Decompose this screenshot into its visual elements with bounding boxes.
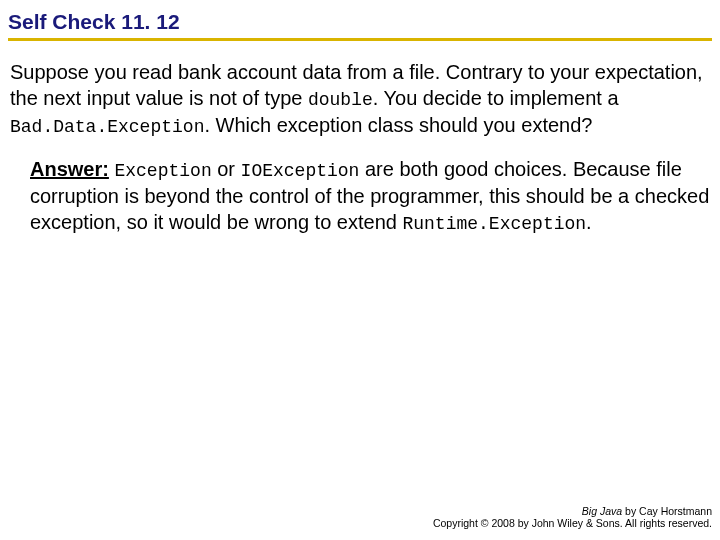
question-text-2: . You decide to implement a [373, 87, 619, 109]
footer: Big Java by Cay Horstmann Copyright © 20… [433, 505, 712, 530]
answer-mid-1: or [212, 158, 241, 180]
code-baddataexception: Bad.Data.Exception [10, 117, 204, 137]
answer-label: Answer: [30, 158, 109, 180]
code-runtimeexception: Runtime.Exception [402, 214, 586, 234]
book-title: Big Java [582, 505, 622, 517]
footer-copyright: Copyright © 2008 by John Wiley & Sons. A… [433, 517, 712, 530]
title-block: Self Check 11. 12 [8, 10, 712, 41]
answer-paragraph: Answer: Exception or IOException are bot… [30, 156, 710, 237]
answer-text-2: . [586, 211, 592, 233]
slide-title: Self Check 11. 12 [8, 10, 180, 33]
question-paragraph: Suppose you read bank account data from … [10, 59, 710, 140]
slide: Self Check 11. 12 Suppose you read bank … [0, 0, 720, 540]
footer-line-1: Big Java by Cay Horstmann [433, 505, 712, 518]
book-author: by Cay Horstmann [622, 505, 712, 517]
code-ioexception: IOException [241, 161, 360, 181]
code-double: double [308, 90, 373, 110]
code-exception: Exception [114, 161, 211, 181]
question-text-3: . Which exception class should you exten… [204, 114, 592, 136]
